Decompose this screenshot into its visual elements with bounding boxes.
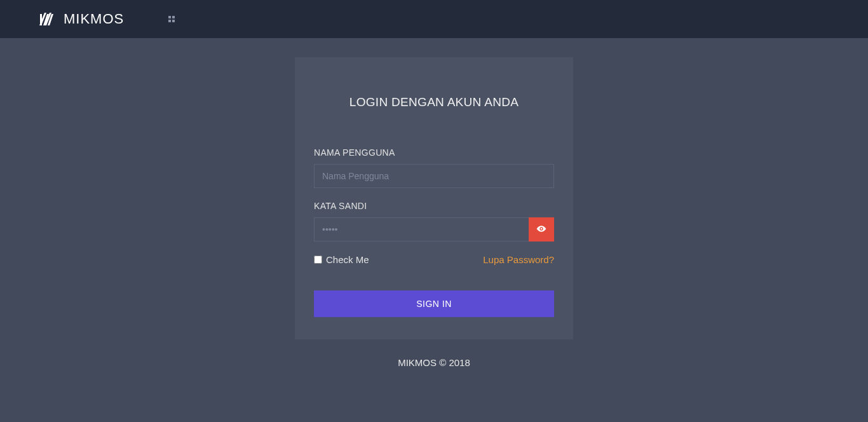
toggle-password-button[interactable]	[529, 217, 554, 242]
top-header: MIKMOS	[0, 0, 868, 38]
remember-checkbox[interactable]	[314, 255, 322, 264]
login-title: LOGIN DENGAN AKUN ANDA	[314, 95, 554, 109]
password-input[interactable]	[314, 217, 529, 242]
main-content: LOGIN DENGAN AKUN ANDA NAMA PENGGUNA KAT…	[0, 38, 868, 368]
grid-icon	[168, 16, 175, 22]
grid-menu-icon[interactable]	[168, 16, 175, 22]
forgot-password-link[interactable]: Lupa Password?	[483, 254, 554, 265]
options-row: Check Me Lupa Password?	[314, 254, 554, 265]
username-group: NAMA PENGGUNA	[314, 147, 554, 188]
password-input-group	[314, 217, 554, 242]
footer-text: MIKMOS © 2018	[398, 357, 470, 368]
remember-checkbox-label[interactable]: Check Me	[326, 254, 369, 265]
eye-icon	[536, 224, 546, 236]
password-label: KATA SANDI	[314, 201, 554, 211]
brand-logo[interactable]: MIKMOS	[38, 11, 124, 27]
logo-mark-icon	[38, 12, 58, 26]
remember-checkbox-wrap: Check Me	[314, 254, 369, 265]
username-label: NAMA PENGGUNA	[314, 147, 554, 158]
signin-button[interactable]: SIGN IN	[314, 290, 554, 317]
password-group: KATA SANDI	[314, 201, 554, 242]
brand-name: MIKMOS	[64, 11, 124, 27]
username-input[interactable]	[314, 164, 554, 188]
login-card: LOGIN DENGAN AKUN ANDA NAMA PENGGUNA KAT…	[295, 57, 573, 339]
